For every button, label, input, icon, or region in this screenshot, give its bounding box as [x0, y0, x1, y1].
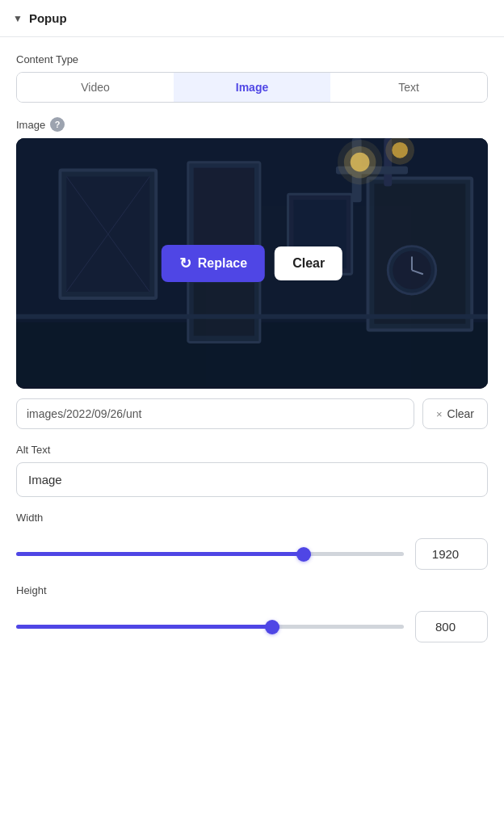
image-section: Image ?	[16, 117, 488, 429]
image-preview: ↻ Replace Clear	[16, 138, 488, 389]
content-type-label: Content Type	[16, 53, 488, 65]
width-slider[interactable]	[16, 552, 404, 556]
clear-url-label: Clear	[447, 407, 474, 420]
panel-header: ▼ Popup	[0, 0, 504, 37]
replace-button[interactable]: ↻ Replace	[162, 245, 265, 282]
url-row: × Clear	[16, 398, 488, 429]
help-icon[interactable]: ?	[50, 117, 65, 132]
height-slider[interactable]	[16, 625, 404, 629]
replace-label: Replace	[198, 256, 247, 271]
panel-title: Popup	[29, 11, 67, 25]
x-icon: ×	[436, 408, 443, 420]
image-label: Image	[16, 119, 45, 131]
height-input[interactable]	[415, 611, 488, 642]
alt-text-section: Alt Text	[16, 444, 488, 497]
width-input[interactable]	[415, 538, 488, 570]
alt-text-input[interactable]	[16, 462, 488, 497]
clear-overlay-button[interactable]: Clear	[275, 246, 342, 280]
image-url-input[interactable]	[16, 398, 414, 429]
width-section: Width	[16, 512, 488, 570]
content-type-section: Content Type Video Image Text	[16, 53, 488, 103]
tab-image[interactable]: Image	[174, 73, 330, 102]
tab-text[interactable]: Text	[330, 73, 487, 102]
content-type-tabs: Video Image Text	[16, 72, 488, 103]
svg-rect-10	[194, 283, 254, 335]
width-slider-row	[16, 538, 488, 570]
width-label: Width	[16, 512, 488, 524]
height-section: Height	[16, 584, 488, 642]
tab-video[interactable]: Video	[17, 73, 174, 102]
clear-url-button[interactable]: × Clear	[422, 398, 488, 429]
alt-text-label: Alt Text	[16, 444, 488, 456]
chevron-down-icon[interactable]: ▼	[13, 13, 23, 24]
replace-icon: ↻	[179, 255, 191, 272]
svg-point-20	[338, 140, 382, 184]
image-label-row: Image ?	[16, 117, 488, 132]
height-slider-row	[16, 611, 488, 642]
panel-body: Content Type Video Image Text Image ?	[0, 37, 504, 659]
height-label: Height	[16, 584, 488, 596]
svg-rect-27	[16, 314, 488, 319]
image-actions: ↻ Replace Clear	[162, 245, 342, 282]
